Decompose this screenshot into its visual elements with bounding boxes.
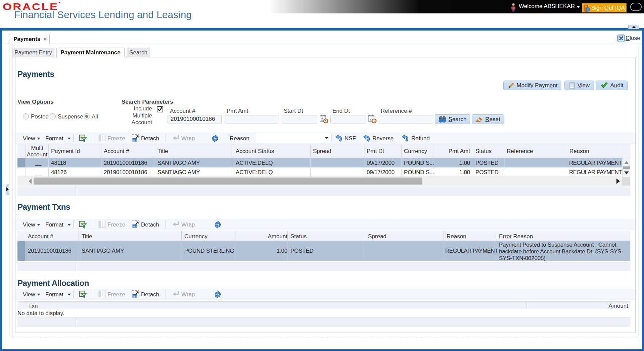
svg-text:2: 2	[321, 117, 323, 121]
svg-text:2: 2	[370, 117, 372, 121]
